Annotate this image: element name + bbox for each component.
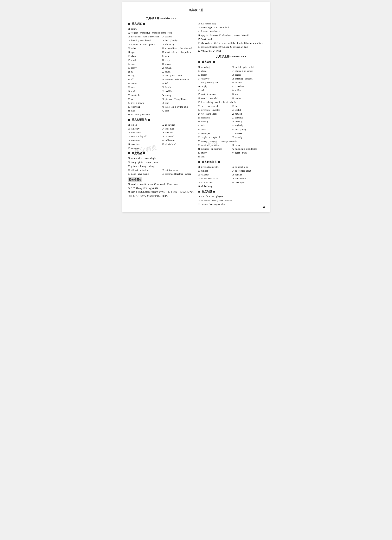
sentence2-list: 01 one of the bes；players 02 Whatever；do…: [198, 195, 264, 206]
list-item: 13 sick 14 soldier: [198, 88, 264, 92]
left-column: 九年级上册 Modules 1－2 重点词汇 01 natural 02 won…: [128, 14, 194, 206]
list-item: 21 by 22 found: [128, 70, 194, 74]
list-item: 05 though；even though 06 loud；loudly: [128, 39, 194, 42]
phrase-list: 01 join in 02 go through 03 fall away 04…: [128, 123, 194, 150]
list-item: 28 meeting 29 missing: [198, 120, 264, 124]
list-item: 24 rest；have a rest 25 himself: [198, 112, 264, 116]
list-item: 03 discussion；have a discussion 04 easte…: [128, 35, 194, 39]
left-module-title: 九年级上册 Modules 1－2: [128, 16, 194, 21]
list-item: 03 fall away 04 look over: [128, 127, 194, 131]
list-item: 39 happiness；unhappy 40 order: [198, 143, 264, 147]
list-item: 09 will；a strong will 10 victory: [198, 81, 264, 85]
vocab2-header: 重点词汇: [198, 60, 264, 64]
list-item: 41 business；on business 42 midnight；at m…: [198, 147, 264, 151]
list-item: 01 wonder；want to know 02 no wonder 03 w…: [128, 182, 194, 186]
list-item: 27 season 28 kid: [128, 81, 194, 85]
list-item: 01 one of the bes；players: [198, 195, 264, 198]
list-item: 08 300 metres deep: [198, 22, 264, 25]
list-item: 11 reply to 12 answer 13 why didn't；answ…: [198, 33, 264, 37]
hotspot-section: 抢练 命题点 01 wonder；want to know 02 no wond…: [128, 177, 194, 198]
list-item: 36 couple；a couple of 37 actually: [198, 135, 264, 139]
list-item: 11 sign 12 silent；silence；keep silent: [128, 50, 194, 54]
list-item: 43 us；ours；ourselves: [128, 113, 194, 116]
hotspot-label: 抢练 命题点: [128, 177, 142, 182]
list-item: 02 wonder；wonderful；wonders of the world: [128, 31, 194, 35]
vocab-header: 重点词汇: [128, 22, 194, 26]
list-item: 32 clock 33 rang；rung: [198, 128, 264, 131]
list-item: 30 lock 31 anybody: [198, 124, 264, 127]
list-item: 43 empty 44 burnt；burnt: [198, 151, 264, 155]
phrase2-header: 重点短语补充: [198, 160, 264, 164]
list-item: 31 ninth 32 twelfth: [128, 89, 194, 93]
list-item: 03 attend 04 abroad；go abroad: [198, 69, 264, 73]
list-item: 15 Don't；until: [198, 37, 264, 41]
list-item: 25 off 26 vacation；take a vacation: [128, 78, 194, 81]
list-item: 13 silver 14 grey: [128, 54, 194, 58]
right-column: 08 300 metres deep 09 metres high；a 80-m…: [198, 14, 264, 206]
page-title: 九年级上册: [128, 8, 264, 13]
sentence2-header: 重点句型: [198, 190, 264, 194]
vocab-list: 01 natural 02 wonder；wonderful；wonders o…: [128, 27, 194, 117]
list-item: 05 doctor 06 degree: [198, 73, 264, 77]
list-item: 05 look across 06 have fun: [128, 131, 194, 135]
list-item: 04 will get；minutes 05 nothing to see: [128, 168, 194, 172]
list-item: 01 join in 02 go through: [128, 123, 194, 127]
list-item: 07 whatever 08 amazing；amazed: [198, 77, 264, 81]
list-item: 10 drive to；two hours: [198, 30, 264, 33]
list-item: 22 invention；inventor 23 useful: [198, 108, 264, 112]
list-item: 11 since then 12 all kinds of: [128, 142, 194, 146]
header-square-left: [128, 23, 130, 25]
list-item: 39 following 40 laid；laid；lay the table: [128, 105, 194, 109]
list-item: 09 metres high；a 80-metre-high: [198, 25, 264, 30]
list-item: 02 Whatever；does；neve gives up: [198, 199, 264, 202]
list-item: 35 speech 36 pioneer；Young Pioneer: [128, 97, 194, 101]
list-item: 04 B 05 Though/Although 06 B: [128, 186, 194, 190]
list-item: 26 operation 27 continue: [198, 116, 264, 120]
list-item: 11 all day long: [198, 184, 264, 188]
sentence-list: 01 metres wide；metres high 02 In my opin…: [128, 156, 194, 176]
list-item: 17 wound；wounded 18 realise: [198, 96, 264, 100]
list-item: 09 below 10 shone/shined；shone/shined: [128, 46, 194, 50]
list-item: 03 cleverer than anyone else: [198, 202, 264, 206]
right-top-vocab: 08 300 metres deep 09 metres high；a 80-m…: [198, 22, 264, 53]
list-item: 07 opinion；in one's opinion 08 electrici…: [128, 42, 194, 46]
list-item: 45 task: [198, 155, 264, 159]
list-item: 20 care；take care of 21 tool: [198, 104, 264, 108]
list-item: 16 My teachers didn't go home until they…: [198, 41, 264, 45]
list-item: 02 In my opinion；more；ones: [128, 160, 194, 164]
page: 九年级上册 九年级上册 Modules 1－2 重点词汇 01 natural …: [122, 2, 270, 212]
list-item: 01 metres wide；metres high: [128, 156, 194, 160]
list-item: 01 including 02 medal；gold medal: [198, 65, 264, 69]
list-item: 01 give up (doing)sth. 02 be about to do: [198, 165, 264, 169]
list-item: 07 虽然今晚我不能看我最喜欢的节目，但是那没什么大不不了的/没什么了不起的/无…: [128, 190, 194, 198]
list-item: 07 have one day off 08 on top of: [128, 135, 194, 138]
list-item: 15 beside 16 reply: [128, 58, 194, 62]
list-item: 05 wake up 06 hand in: [198, 173, 264, 177]
list-item: 19 nearly 20 remain: [128, 66, 194, 70]
phrase-header: 重点短语补充: [128, 118, 194, 122]
phrase2-list: 01 give up (doing)sth. 02 be about to do…: [198, 165, 264, 189]
list-item: 38 manage；manager；manage to do sth.: [198, 139, 264, 143]
list-item: 17 between 18 among 19 Among 20 between …: [198, 45, 264, 49]
list-item: 03 got out；through；along: [128, 164, 194, 168]
list-item: 09 on one's own 10 once again: [198, 180, 264, 184]
list-item: 33 twentieth 34 among: [128, 93, 194, 97]
list-item: 11 simply 12 Canadian: [198, 85, 264, 88]
list-item: 15 treat；treatment 16 war: [198, 92, 264, 96]
list-item: 03 turn off 04 be worried about: [198, 169, 264, 173]
list-item: 34 passenger 35 address: [198, 131, 264, 135]
list-item: 17 clear 18 stream: [128, 62, 194, 66]
list-item: 09 more than 10 millions of: [128, 138, 194, 142]
list-item: 13 as soon as: [128, 146, 194, 150]
header-square-right: [143, 23, 145, 25]
list-item: 41 over 42 dish: [128, 109, 194, 113]
list-item: 07 be unable to do sth. 08 at that time: [198, 177, 264, 180]
list-item: 22 lying 23 lies 24 lying: [198, 49, 264, 53]
vocab2-list: 01 including 02 medal；gold medal 03 atte…: [198, 65, 264, 159]
page-number: 91: [263, 205, 265, 210]
list-item: 19 dead；dying；death；die of；die for: [198, 100, 264, 104]
right-module-title: 九年级上册 Modules 3－4: [198, 55, 264, 59]
list-item: 01 natural: [128, 27, 194, 31]
list-item: 06 make；give thanks 07 celebrated togeth…: [128, 172, 194, 176]
sentence-header: 重点句型: [128, 151, 194, 155]
